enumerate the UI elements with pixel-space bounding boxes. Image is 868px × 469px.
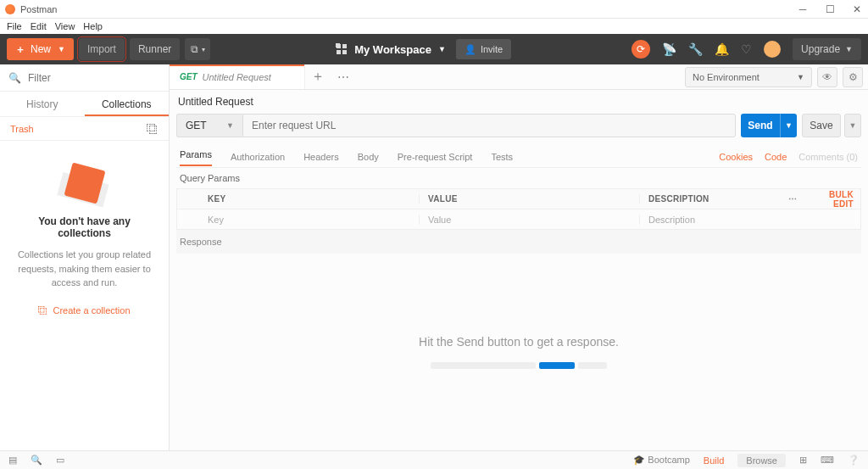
description-input[interactable]: Description <box>640 215 776 225</box>
caret-down-icon[interactable]: ▼ <box>58 45 65 53</box>
caret-down-icon: ▼ <box>845 45 853 53</box>
upgrade-label: Upgrade <box>801 43 840 55</box>
tab-overflow-button[interactable]: ⋯ <box>331 64 356 89</box>
response-empty-state: Hit the Send button to get a response. <box>170 254 868 450</box>
code-link[interactable]: Code <box>765 152 787 162</box>
menu-view[interactable]: View <box>55 21 75 31</box>
settings-button[interactable]: ⚙ <box>843 67 863 87</box>
subtab-tests[interactable]: Tests <box>491 152 513 162</box>
send-button[interactable]: Send ▼ <box>741 114 797 137</box>
save-dropdown[interactable]: ▼ <box>844 114 861 137</box>
query-params-table: KEY VALUE DESCRIPTION ⋯ Bulk Edit Key Va… <box>176 188 861 230</box>
request-tab-strip: GET Untitled Request ＋ ⋯ No Environment … <box>170 64 868 90</box>
plus-icon: ＋ <box>15 42 25 57</box>
eye-icon: 👁 <box>822 71 832 83</box>
create-collection-label: Create a collection <box>53 305 130 315</box>
response-section-title: Response <box>176 229 861 254</box>
cookies-link[interactable]: Cookies <box>719 152 753 162</box>
mode-build[interactable]: Build <box>704 455 724 466</box>
graduation-icon: 🎓 <box>633 455 645 465</box>
new-button[interactable]: ＋ New ▼ <box>7 38 74 60</box>
save-button[interactable]: Save <box>802 114 841 137</box>
runner-button[interactable]: Runner <box>130 38 180 60</box>
subtab-authorization[interactable]: Authorization <box>231 152 285 162</box>
col-actions-button[interactable]: ⋯ <box>776 194 810 204</box>
sidebar-filter[interactable]: 🔍 <box>0 64 169 92</box>
satellite-icon[interactable]: 📡 <box>662 42 676 56</box>
request-tab-method: GET <box>180 72 198 81</box>
create-collection-link[interactable]: ⿻ Create a collection <box>38 305 130 315</box>
save-label: Save <box>810 120 832 131</box>
col-value: VALUE <box>420 194 640 204</box>
upgrade-button[interactable]: Upgrade ▼ <box>793 38 861 60</box>
menu-edit[interactable]: Edit <box>31 21 47 31</box>
main-toolbar: ＋ New ▼ Import Runner ⧉ ▾ My Workspace ▼… <box>0 34 868 64</box>
new-window-button[interactable]: ⧉ ▾ <box>185 38 210 60</box>
wrench-icon[interactable]: 🔧 <box>688 42 703 56</box>
search-icon: 🔍 <box>8 72 21 84</box>
new-collection-icon[interactable]: ⿻ <box>147 122 159 136</box>
gear-icon: ⚙ <box>849 71 858 83</box>
app-logo-icon <box>5 4 15 14</box>
col-description: DESCRIPTION <box>640 194 776 204</box>
menu-help[interactable]: Help <box>83 21 103 31</box>
workspace-selector[interactable]: My Workspace ▼ <box>336 43 446 56</box>
request-tab[interactable]: GET Untitled Request <box>170 64 305 89</box>
avatar[interactable] <box>764 41 781 58</box>
import-button[interactable]: Import <box>79 38 125 60</box>
subtab-params[interactable]: Params <box>180 149 212 165</box>
help-icon[interactable]: ❔ <box>848 455 860 466</box>
invite-button[interactable]: 👤 Invite <box>456 39 511 59</box>
close-button[interactable]: ✕ <box>851 3 863 15</box>
two-pane-icon[interactable]: ⊞ <box>799 455 807 466</box>
subtab-body[interactable]: Body <box>358 152 379 162</box>
table-row[interactable]: Key Value Description <box>177 209 860 230</box>
trash-link[interactable]: Trash <box>10 124 34 134</box>
window-title: Postman <box>20 4 57 14</box>
minimize-button[interactable]: ─ <box>797 3 809 15</box>
invite-label: Invite <box>481 44 503 54</box>
bell-icon[interactable]: 🔔 <box>715 42 729 56</box>
comments-link[interactable]: Comments (0) <box>798 152 858 162</box>
menu-file[interactable]: File <box>7 21 22 31</box>
request-content: GET Untitled Request ＋ ⋯ No Environment … <box>170 64 868 450</box>
sync-icon: ⟳ <box>637 43 645 55</box>
key-input[interactable]: Key <box>199 215 420 225</box>
caret-down-icon: ▼ <box>797 73 804 81</box>
import-button-label: Import <box>87 43 116 55</box>
sidebar-tab-collections[interactable]: Collections <box>85 92 170 116</box>
heart-icon[interactable]: ♡ <box>741 42 752 56</box>
caret-down-icon: ▼ <box>226 121 234 130</box>
sidebar-tab-history[interactable]: History <box>0 92 85 116</box>
menu-bar: File Edit View Help <box>0 19 868 34</box>
subtab-prerequest[interactable]: Pre-request Script <box>398 152 473 162</box>
value-input[interactable]: Value <box>420 215 640 225</box>
sidebar-toggle-icon[interactable]: ▤ <box>8 455 17 466</box>
folder-plus-icon: ⿻ <box>38 305 47 315</box>
maximize-button[interactable]: ☐ <box>824 3 836 15</box>
new-tab-button[interactable]: ＋ <box>305 64 331 89</box>
bootcamp-label: Bootcamp <box>648 455 690 465</box>
send-dropdown[interactable]: ▼ <box>780 114 797 137</box>
filter-input[interactable] <box>28 72 160 84</box>
runner-button-label: Runner <box>138 43 171 55</box>
subtab-headers[interactable]: Headers <box>303 152 339 162</box>
url-input[interactable] <box>252 120 726 131</box>
sidebar-empty-state: You don't have any collections Collectio… <box>0 141 169 450</box>
col-key: KEY <box>199 194 420 204</box>
environment-selector[interactable]: No Environment ▼ <box>685 67 812 87</box>
empty-body: Collections let you group related reques… <box>15 248 153 290</box>
bulk-edit-link[interactable]: Bulk Edit <box>810 190 860 209</box>
mode-browse[interactable]: Browse <box>737 454 786 467</box>
environment-quicklook-button[interactable]: 👁 <box>817 67 837 87</box>
request-tab-name: Untitled Request <box>203 72 271 82</box>
box-illustration-icon <box>64 163 105 204</box>
console-icon[interactable]: ▭ <box>56 455 64 466</box>
method-selector[interactable]: GET ▼ <box>176 114 242 137</box>
keyboard-shortcuts-icon[interactable]: ⌨ <box>821 455 834 466</box>
send-label: Send <box>741 120 780 131</box>
sync-button[interactable]: ⟳ <box>632 40 650 59</box>
find-icon[interactable]: 🔍 <box>31 455 42 466</box>
workspace-grid-icon <box>336 43 348 55</box>
bootcamp-link[interactable]: 🎓 Bootcamp <box>633 455 690 466</box>
